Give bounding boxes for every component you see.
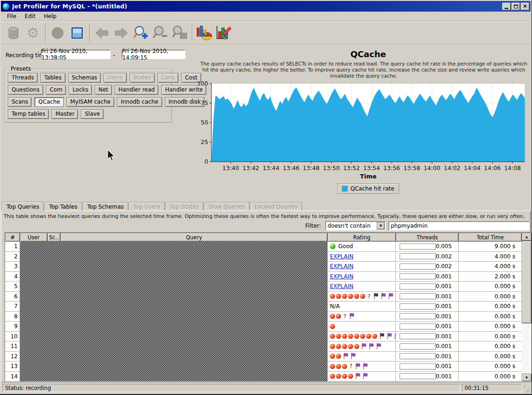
close-button[interactable]: × [521, 3, 529, 10]
tomato-rating-icon [336, 374, 341, 379]
menu-edit[interactable]: Edit [20, 12, 39, 20]
total-time-cell: 0.000 s [459, 322, 522, 331]
threads-bar-meter [400, 323, 436, 329]
column-header-user[interactable]: User [20, 233, 47, 242]
tomato-rating-icon [336, 364, 341, 369]
preset-slave[interactable]: Slave [81, 109, 104, 119]
chart-description: The query cache caches results of SELECT… [200, 61, 528, 79]
menu-file[interactable]: File [3, 12, 20, 20]
threads-value: 0.001 [436, 323, 461, 329]
purple-flag-icon [368, 343, 374, 350]
filter-operator-select[interactable]: doesn't contain ▼ [325, 221, 386, 230]
rating-cell [328, 352, 396, 362]
tab-top-states: Top States [165, 202, 204, 211]
filter-value-input[interactable] [388, 221, 530, 230]
svg-text:14:02: 14:02 [444, 165, 460, 171]
row-number: 4 [5, 272, 20, 282]
threads-cell: 0.001 [396, 332, 459, 342]
threads-value: 0.001 [436, 303, 461, 309]
resize-grip[interactable] [524, 386, 530, 392]
menu-help[interactable]: Help [39, 12, 60, 20]
tab-top-tables[interactable]: Top Tables [44, 202, 82, 211]
threads-bar-meter [400, 343, 436, 349]
row-number: 14 [5, 372, 20, 382]
column-header-rating[interactable]: Rating [328, 233, 396, 242]
tomato-rating-icon [342, 374, 347, 379]
threads-cell: 0.001 [396, 312, 459, 322]
rating-cell: ? [328, 362, 396, 371]
toolbar-separator [192, 24, 192, 42]
preset-threads[interactable]: Threads [8, 73, 38, 83]
threads-bar-meter [400, 244, 436, 250]
vertical-scrollbar[interactable]: ▲ ▼ [522, 233, 532, 382]
tomato-rating-icon [330, 354, 335, 359]
tab-bar: Top QueriesTop TablesTop SchemasTop User… [2, 201, 531, 211]
tomato-rating-icon [354, 344, 359, 349]
purple-flag-icon [355, 363, 361, 370]
chevron-down-icon[interactable]: ▼ [377, 222, 385, 230]
zoom-out-icon [151, 23, 170, 43]
preset-scans[interactable]: Scans [8, 97, 32, 107]
total-time-cell: 0.000 s [459, 312, 522, 322]
scroll-down-icon[interactable]: ▼ [522, 374, 532, 382]
column-header-threads[interactable]: Threads [396, 233, 459, 242]
tab-top-queries[interactable]: Top Queries [2, 202, 44, 211]
tomato-rating-icon [336, 344, 341, 349]
pie-chart-icon[interactable] [195, 23, 214, 43]
recording-start-field[interactable]: Fri 26-Nov 2010, 13:38:05 [41, 50, 111, 59]
rating-cell [328, 322, 396, 331]
preset-schemas[interactable]: Schemas [68, 73, 101, 83]
svg-text:14:04: 14:04 [464, 165, 480, 171]
threads-value: 0.001 [436, 333, 461, 340]
preset-questions[interactable]: Questions [8, 85, 43, 95]
recording-end-field[interactable]: Fri 26-Nov 2010, 14:09:15 [122, 50, 185, 59]
zoom-fit-icon [170, 23, 190, 43]
preset-net[interactable]: Net [95, 85, 112, 95]
threads-value: 0.001 [436, 363, 461, 369]
zoom-in-icon[interactable] [131, 23, 151, 43]
threads-bar-meter [400, 273, 436, 279]
row-number: 7 [5, 302, 20, 311]
explain-link[interactable]: EXPLAIN [330, 253, 354, 260]
explain-link[interactable]: EXPLAIN [330, 273, 354, 280]
forward-arrow-icon [112, 23, 131, 43]
preset-myisam-cache[interactable]: MyISAM cache [66, 97, 114, 107]
purple-flag-icon [375, 343, 382, 350]
preset-tables[interactable]: Tables [40, 73, 65, 83]
rating-cell [328, 332, 396, 342]
purple-flag-icon [388, 293, 394, 300]
column-header-[interactable]: # [5, 233, 20, 242]
legend-label: QCache hit rate [350, 185, 394, 192]
minimize-icon [505, 8, 508, 9]
preset-locks[interactable]: Locks [69, 85, 92, 95]
total-time-cell: 0.000 s [459, 292, 522, 302]
column-header-query[interactable]: Query [60, 233, 328, 242]
svg-text:13:40: 13:40 [222, 165, 239, 171]
preset-innodb-cache[interactable]: Innodb cache [117, 97, 162, 107]
preset-master[interactable]: Master [52, 109, 78, 119]
purple-flag-icon [350, 353, 356, 360]
maximize-button[interactable] [512, 3, 520, 10]
preset-handler-read[interactable]: Handler read [115, 85, 158, 95]
status-text: Status: recording [2, 384, 460, 392]
svg-text:14:06: 14:06 [484, 165, 501, 171]
bar-chart-edit-icon[interactable] [214, 23, 234, 43]
minimize-button[interactable] [502, 3, 511, 10]
svg-text:25: 25 [201, 138, 208, 145]
column-header-total-time[interactable]: Total Time [459, 233, 522, 242]
tomato-rating-icon [330, 324, 335, 329]
scrollbar-thumb[interactable] [522, 241, 532, 323]
maximize-icon [514, 5, 518, 8]
preset-temp-tables[interactable]: Temp tables [8, 109, 49, 119]
explain-link[interactable]: EXPLAIN [330, 283, 354, 290]
scroll-up-icon[interactable]: ▲ [522, 233, 532, 241]
explain-link[interactable]: EXPLAIN [330, 263, 354, 270]
threads-bar-meter [400, 333, 436, 339]
column-header-sc[interactable]: Sc.. [47, 233, 60, 242]
preset-com[interactable]: Com [46, 85, 66, 95]
preset-qcache[interactable]: QCache [34, 97, 64, 107]
stop-icon[interactable] [67, 23, 87, 43]
tomato-rating-icon [336, 354, 341, 359]
row-number: 2 [5, 252, 20, 262]
tab-top-schemas[interactable]: Top Schemas [83, 202, 129, 211]
